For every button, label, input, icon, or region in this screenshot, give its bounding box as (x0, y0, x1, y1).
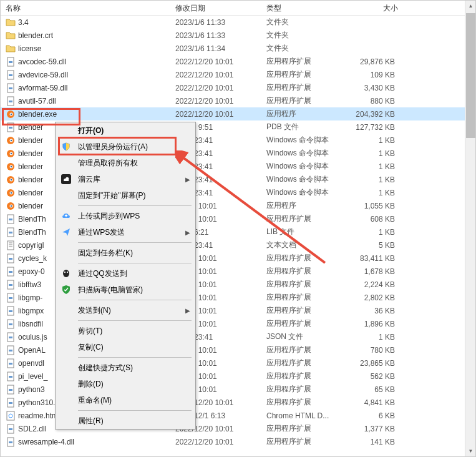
file-size: 2,224 KB (341, 279, 404, 290)
file-icon (6, 385, 16, 395)
file-type: 应用程序扩展 (261, 252, 341, 265)
file-type: Windows 命令脚本 (261, 186, 341, 199)
svg-rect-3 (9, 74, 12, 76)
file-row[interactable]: 3.42023/1/6 11:33文件夹 (1, 16, 475, 29)
file-type: 应用程序扩展 (261, 383, 341, 396)
file-name: blender (18, 136, 43, 145)
svg-rect-50 (9, 323, 12, 325)
file-row[interactable]: avdevice-59.dll2022/12/20 10:01应用程序扩展109… (1, 68, 475, 81)
file-icon (6, 149, 16, 159)
menu-copy[interactable]: 复制(C) (56, 339, 195, 355)
menu-liuyunku[interactable]: 溜云库▶ (56, 171, 195, 187)
file-row[interactable]: swresample-4.dll2022/12/20 10:01应用程序扩展14… (1, 435, 475, 448)
scroll-up-icon[interactable]: ▲ (465, 1, 476, 11)
file-type: 文件夹 (261, 16, 341, 29)
file-icon (6, 253, 16, 263)
file-size: 36 KB (341, 305, 404, 317)
menu-create-shortcut[interactable]: 创建快捷方式(S) (56, 360, 195, 376)
file-size: 109 KB (341, 69, 404, 81)
file-row[interactable]: avformat-59.dll2022/12/20 10:01应用程序扩展3,4… (1, 81, 475, 94)
file-size: 1 KB (341, 148, 404, 159)
file-type: 应用程序扩展 (261, 422, 341, 435)
menu-pin-taskbar[interactable]: 固定到任务栏(K) (56, 245, 195, 261)
menu-upload-wps[interactable]: 上传或同步到WPS (56, 208, 195, 224)
file-size: 29,876 KB (341, 56, 404, 67)
file-type: 应用程序扩展 (261, 265, 341, 278)
file-size: 1 KB (341, 332, 404, 343)
menu-separator (78, 410, 192, 411)
file-name: oculus.js (18, 333, 47, 342)
file-icon (6, 201, 16, 211)
file-type: 文件夹 (261, 29, 341, 42)
file-size (341, 34, 404, 37)
scroll-thumb[interactable] (466, 13, 475, 138)
file-size: 127,732 KB (341, 122, 404, 133)
menu-send-wps[interactable]: 通过WPS发送▶ (56, 224, 195, 240)
file-row[interactable]: blender.crt2023/1/6 11:33文件夹 (1, 29, 475, 42)
file-type: 应用程序扩展 (261, 94, 341, 107)
svg-rect-5 (9, 87, 12, 89)
scrollbar[interactable]: ▲ ▼ (465, 1, 475, 456)
menu-delete[interactable]: 删除(D) (56, 376, 195, 392)
menu-properties[interactable]: 属性(R) (56, 413, 195, 429)
file-size: 1 KB (341, 135, 404, 146)
svg-point-24 (11, 179, 12, 180)
file-icon (6, 162, 16, 172)
file-name: readme.html (18, 411, 60, 420)
menu-send-to[interactable]: 发送到(N)▶ (56, 302, 195, 318)
menu-separator (78, 320, 192, 321)
menu-cut[interactable]: 剪切(T) (56, 323, 195, 339)
file-name: avutil-57.dll (18, 97, 56, 106)
svg-rect-62 (9, 402, 12, 404)
svg-point-30 (11, 205, 12, 207)
header-date[interactable]: 修改日期 (170, 1, 261, 15)
cloud-upload-icon (61, 210, 72, 222)
menu-rename[interactable]: 重命名(M) (56, 392, 195, 408)
file-row[interactable]: avutil-57.dll2022/12/20 10:01应用程序扩展880 K… (1, 94, 475, 107)
file-name: epoxy-0 (18, 267, 45, 276)
explorer-window: 名称 修改日期 类型 大小 3.42023/1/6 11:33文件夹blende… (0, 0, 476, 457)
file-type: LIB 文件 (261, 225, 341, 238)
file-icon (6, 267, 16, 277)
file-row[interactable]: avcodec-59.dll2022/12/20 10:01应用程序扩展29,8… (1, 55, 475, 68)
file-row[interactable]: license2023/1/6 11:34文件夹 (1, 42, 475, 55)
file-date: 2022/12/20 10:01 (170, 436, 261, 448)
file-type: 应用程序扩展 (261, 435, 341, 448)
file-date: 2022/12/20 10:01 (170, 69, 261, 81)
menu-open[interactable]: 打开(O) (56, 122, 195, 139)
file-icon (6, 411, 16, 421)
file-size: 23,865 KB (341, 358, 404, 369)
menu-pin-start[interactable]: 固定到"开始"屏幕(P) (56, 187, 195, 204)
file-size: 1 KB (341, 187, 404, 199)
file-date: 2022/12/20 10:01 (170, 96, 261, 107)
menu-separator (78, 205, 192, 206)
file-row[interactable]: blender.exe2022/12/20 10:01应用程序204,392 K… (1, 107, 475, 120)
file-type: 文件夹 (261, 42, 341, 55)
file-icon (6, 293, 16, 303)
file-name: license (18, 44, 41, 53)
file-type: 应用程序扩展 (261, 396, 341, 409)
menu-run-as-admin[interactable]: 以管理员身份运行(A) (56, 139, 195, 155)
svg-rect-66 (9, 428, 12, 430)
file-size (341, 47, 404, 50)
file-name: openvdl (18, 359, 44, 368)
menu-send-qq[interactable]: 通过QQ发送到 (56, 265, 195, 282)
svg-rect-34 (9, 232, 12, 233)
svg-rect-58 (9, 376, 12, 378)
file-icon (6, 437, 16, 447)
scroll-down-icon[interactable]: ▼ (465, 446, 476, 456)
header-type[interactable]: 类型 (261, 1, 341, 15)
header-size[interactable]: 大小 (341, 1, 404, 15)
header-name[interactable]: 名称 (1, 1, 170, 15)
svg-point-70 (63, 270, 69, 277)
file-type: 应用程序扩展 (261, 343, 341, 356)
file-icon (6, 70, 16, 80)
file-name: SDL2.dll (18, 425, 46, 433)
liuyunku-icon (61, 174, 72, 185)
file-type: Windows 命令脚本 (261, 147, 341, 160)
file-icon (6, 17, 16, 27)
menu-scan-virus[interactable]: 扫描病毒(电脑管家) (56, 282, 195, 298)
file-icon (6, 83, 16, 93)
file-type: 应用程序扩展 (261, 370, 341, 383)
menu-take-ownership[interactable]: 管理员取得所有权 (56, 155, 195, 171)
